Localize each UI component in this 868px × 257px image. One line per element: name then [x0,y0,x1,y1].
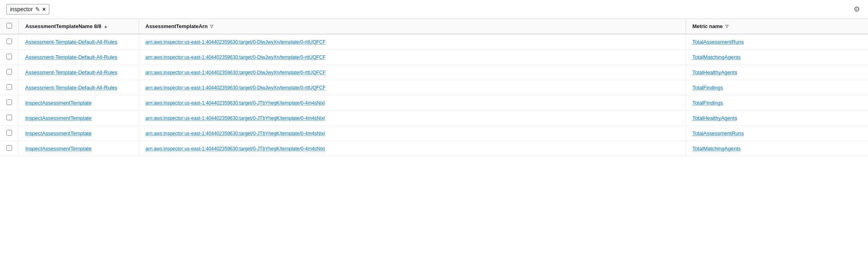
assessment-table: AssessmentTemplateName 8/8 ▲ AssessmentT… [0,19,868,156]
row-checkbox-cell [0,141,19,156]
row-checkbox-cell [0,95,19,111]
table-row: InspectAssessmentTemplatearn:aws:inspect… [0,111,868,126]
row-checkbox-cell [0,111,19,126]
row-name-cell: Assessment-Template-Default-All-Rules [19,34,139,50]
row-name-cell: Assessment-Template-Default-All-Rules [19,50,139,65]
search-tag: inspector ✎ × [6,4,49,14]
table-header-row: AssessmentTemplateName 8/8 ▲ AssessmentT… [0,19,868,34]
row-arn-cell: arn:aws:inspector:us-east-1:404402359630… [139,141,686,156]
row-metric-link[interactable]: TotalHealthyAgents [692,115,737,121]
table-row: InspectAssessmentTemplatearn:aws:inspect… [0,141,868,156]
row-name-link[interactable]: InspectAssessmentTemplate [25,115,91,121]
row-checkbox-cell [0,126,19,141]
row-arn-link[interactable]: arn:aws:inspector:us-east-1:404402359630… [145,131,325,136]
top-bar: inspector ✎ × ⚙ [0,0,868,19]
row-checkbox[interactable] [6,69,12,75]
row-name-cell: InspectAssessmentTemplate [19,126,139,141]
row-name-link[interactable]: Assessment-Template-Default-All-Rules [25,54,117,60]
row-arn-cell: arn:aws:inspector:us-east-1:404402359630… [139,34,686,50]
row-arn-cell: arn:aws:inspector:us-east-1:404402359630… [139,80,686,95]
select-all-checkbox[interactable] [6,23,12,28]
row-metric-cell: TotalMatchingAgents [686,50,868,65]
row-metric-link[interactable]: TotalHealthyAgents [692,69,737,75]
header-arn[interactable]: AssessmentTemplateArn ▽ [139,19,686,34]
row-name-link[interactable]: InspectAssessmentTemplate [25,130,91,136]
row-name-cell: InspectAssessmentTemplate [19,95,139,111]
row-checkbox-cell [0,65,19,80]
table-row: Assessment-Template-Default-All-Rulesarn… [0,80,868,95]
row-name-cell: InspectAssessmentTemplate [19,141,139,156]
row-metric-link[interactable]: TotalMatchingAgents [692,54,741,60]
row-checkbox[interactable] [6,130,12,136]
row-arn-link[interactable]: arn:aws:inspector:us-east-1:404402359630… [145,70,326,75]
row-arn-link[interactable]: arn:aws:inspector:us-east-1:404402359630… [145,146,325,152]
row-metric-link[interactable]: TotalFindings [692,100,723,106]
row-metric-link[interactable]: TotalAssessmentRuns [692,130,744,136]
row-metric-link[interactable]: TotalFindings [692,85,723,91]
row-metric-cell: TotalAssessmentRuns [686,126,868,141]
row-arn-link[interactable]: arn:aws:inspector:us-east-1:404402359630… [145,55,326,60]
row-name-link[interactable]: InspectAssessmentTemplate [25,146,91,152]
row-name-cell: Assessment-Template-Default-All-Rules [19,65,139,80]
row-metric-link[interactable]: TotalMatchingAgents [692,146,741,152]
row-checkbox-cell [0,50,19,65]
header-metric-label: Metric name [692,23,723,29]
row-metric-cell: TotalMatchingAgents [686,141,868,156]
name-sort-asc-icon[interactable]: ▲ [104,24,108,28]
row-arn-cell: arn:aws:inspector:us-east-1:404402359630… [139,95,686,111]
row-checkbox[interactable] [6,54,12,59]
table-row: Assessment-Template-Default-All-Rulesarn… [0,65,868,80]
row-checkbox[interactable] [6,84,12,90]
tag-edit-icon[interactable]: ✎ [35,6,40,12]
row-name-link[interactable]: InspectAssessmentTemplate [25,100,91,106]
row-arn-cell: arn:aws:inspector:us-east-1:404402359630… [139,65,686,80]
row-checkbox[interactable] [6,99,12,105]
row-metric-cell: TotalHealthyAgents [686,111,868,126]
row-metric-link[interactable]: TotalAssessmentRuns [692,39,744,45]
row-metric-cell: TotalHealthyAgents [686,65,868,80]
table-row: Assessment-Template-Default-All-Rulesarn… [0,34,868,50]
row-checkbox[interactable] [6,145,12,151]
arn-sort-desc-icon[interactable]: ▽ [210,24,213,28]
row-metric-cell: TotalFindings [686,80,868,95]
row-checkbox-cell [0,80,19,95]
row-arn-cell: arn:aws:inspector:us-east-1:404402359630… [139,111,686,126]
row-arn-link[interactable]: arn:aws:inspector:us-east-1:404402359630… [145,100,325,106]
row-checkbox-cell [0,34,19,50]
row-metric-cell: TotalAssessmentRuns [686,34,868,50]
header-metric[interactable]: Metric name ▽ [686,19,868,34]
row-checkbox[interactable] [6,38,12,44]
header-name[interactable]: AssessmentTemplateName 8/8 ▲ [19,19,139,34]
row-arn-cell: arn:aws:inspector:us-east-1:404402359630… [139,126,686,141]
search-tag-label: inspector [10,6,33,12]
table-row: Assessment-Template-Default-All-Rulesarn… [0,50,868,65]
metric-sort-desc-icon[interactable]: ▽ [725,24,729,28]
table-row: InspectAssessmentTemplatearn:aws:inspect… [0,95,868,111]
header-name-label: AssessmentTemplateName 8/8 [25,23,101,29]
row-arn-link[interactable]: arn:aws:inspector:us-east-1:404402359630… [145,115,325,121]
table-container: AssessmentTemplateName 8/8 ▲ AssessmentT… [0,19,868,156]
row-name-cell: InspectAssessmentTemplate [19,111,139,126]
row-metric-cell: TotalFindings [686,95,868,111]
row-name-cell: Assessment-Template-Default-All-Rules [19,80,139,95]
header-arn-label: AssessmentTemplateArn [145,23,208,29]
row-arn-cell: arn:aws:inspector:us-east-1:404402359630… [139,50,686,65]
table-row: InspectAssessmentTemplatearn:aws:inspect… [0,126,868,141]
row-name-link[interactable]: Assessment-Template-Default-All-Rules [25,39,117,45]
tag-close-icon[interactable]: × [42,6,46,12]
row-arn-link[interactable]: arn:aws:inspector:us-east-1:404402359630… [145,39,326,45]
header-checkbox-cell [0,19,19,34]
row-name-link[interactable]: Assessment-Template-Default-All-Rules [25,69,117,75]
settings-button[interactable]: ⚙ [852,3,862,15]
row-checkbox[interactable] [6,115,12,120]
row-arn-link[interactable]: arn:aws:inspector:us-east-1:404402359630… [145,85,326,91]
row-name-link[interactable]: Assessment-Template-Default-All-Rules [25,85,117,91]
